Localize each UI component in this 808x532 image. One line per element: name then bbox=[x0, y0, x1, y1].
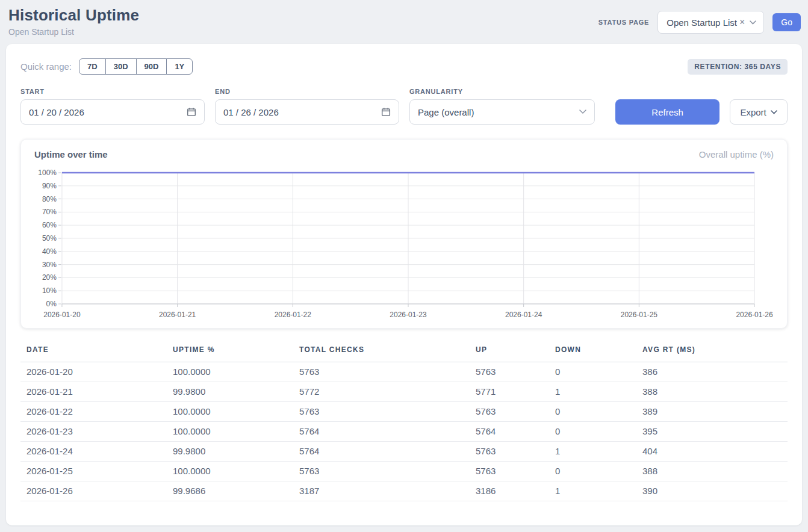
main-card: Quick range: 7D30D90D1Y RETENTION: 365 D… bbox=[6, 44, 802, 525]
svg-text:2026-01-23: 2026-01-23 bbox=[390, 311, 427, 319]
chevron-down-icon bbox=[771, 110, 777, 114]
quick-range-button-90d[interactable]: 90D bbox=[136, 58, 167, 75]
svg-text:2026-01-21: 2026-01-21 bbox=[159, 311, 196, 319]
table-row: 2026-01-2199.9800577257711388 bbox=[20, 382, 788, 402]
start-date-input[interactable]: 01 / 20 / 2026 bbox=[20, 99, 205, 125]
granularity-field: GRANULARITY Page (overall) bbox=[409, 88, 595, 125]
table-row: 2026-01-20100.0000576357630386 bbox=[20, 362, 788, 382]
table-cell: 2026-01-22 bbox=[20, 402, 167, 422]
svg-text:60%: 60% bbox=[42, 221, 57, 229]
granularity-selected-value: Page (overall) bbox=[418, 107, 474, 117]
table-row: 2026-01-22100.0000576357630389 bbox=[20, 402, 788, 422]
svg-text:2026-01-26: 2026-01-26 bbox=[736, 311, 773, 319]
status-page-select[interactable]: Open Startup List × bbox=[657, 11, 764, 34]
quick-range-group: 7D30D90D1Y bbox=[79, 58, 193, 75]
end-date-field: END 01 / 26 / 2026 bbox=[215, 88, 399, 125]
uptime-chart-panel: Uptime over time Overall uptime (%) 0%10… bbox=[20, 139, 788, 329]
chart-legend: Overall uptime (%) bbox=[699, 149, 774, 159]
calendar-icon[interactable] bbox=[187, 107, 196, 117]
table-cell: 0 bbox=[549, 422, 636, 442]
table-cell: 386 bbox=[636, 362, 788, 382]
table-cell: 0 bbox=[549, 462, 636, 481]
table-cell: 2026-01-20 bbox=[20, 362, 167, 382]
table-row: 2026-01-2699.9686318731861390 bbox=[20, 481, 788, 501]
table-cell: 390 bbox=[636, 481, 788, 501]
title-block: Historical Uptime Open Startup List bbox=[8, 6, 139, 37]
table-cell: 100.0000 bbox=[167, 422, 293, 442]
start-date-field: START 01 / 20 / 2026 bbox=[20, 88, 205, 125]
refresh-button[interactable]: Refresh bbox=[615, 99, 719, 125]
page-header: Historical Uptime Open Startup List STAT… bbox=[0, 0, 808, 44]
table-cell: 99.9800 bbox=[167, 442, 293, 462]
table-cell: 2026-01-26 bbox=[20, 481, 167, 501]
svg-text:2026-01-20: 2026-01-20 bbox=[43, 311, 81, 319]
table-cell: 5763 bbox=[470, 362, 549, 382]
column-header: UPTIME % bbox=[167, 345, 293, 362]
table-body: 2026-01-20100.00005763576303862026-01-21… bbox=[20, 362, 788, 501]
table-cell: 3186 bbox=[470, 481, 549, 501]
quick-range-row: Quick range: 7D30D90D1Y RETENTION: 365 D… bbox=[20, 58, 788, 75]
table-cell: 395 bbox=[636, 422, 788, 442]
granularity-select[interactable]: Page (overall) bbox=[409, 99, 595, 125]
status-page-label: STATUS PAGE bbox=[598, 19, 650, 26]
quick-range-button-30d[interactable]: 30D bbox=[105, 58, 137, 75]
column-header: DOWN bbox=[549, 345, 636, 362]
header-controls: STATUS PAGE Open Startup List × Go bbox=[598, 11, 801, 34]
table-cell: 5764 bbox=[293, 422, 470, 442]
table-cell: 2026-01-21 bbox=[20, 382, 167, 402]
table-cell: 1 bbox=[549, 442, 636, 462]
table-row: 2026-01-2499.9800576457631404 bbox=[20, 442, 788, 462]
clear-selection-icon[interactable]: × bbox=[739, 17, 745, 28]
chart-title: Uptime over time bbox=[34, 149, 108, 159]
svg-text:20%: 20% bbox=[42, 273, 57, 282]
start-date-value: 01 / 20 / 2026 bbox=[29, 107, 84, 117]
svg-text:90%: 90% bbox=[42, 182, 57, 190]
end-date-input[interactable]: 01 / 26 / 2026 bbox=[215, 99, 399, 125]
retention-badge: RETENTION: 365 DAYS bbox=[688, 59, 788, 75]
page-subtitle: Open Startup List bbox=[8, 27, 139, 37]
chevron-down-icon bbox=[579, 110, 586, 114]
svg-text:100%: 100% bbox=[38, 169, 57, 177]
uptime-chart: 0%10%20%30%40%50%60%70%80%90%100%2026-01… bbox=[34, 165, 774, 321]
table-cell: 1 bbox=[549, 481, 636, 501]
granularity-label: GRANULARITY bbox=[409, 88, 595, 95]
column-header: UP bbox=[470, 345, 549, 362]
uptime-table: DATEUPTIME %TOTAL CHECKSUPDOWNAVG RT (MS… bbox=[20, 345, 788, 501]
table-cell: 99.9686 bbox=[167, 481, 293, 501]
table-cell: 5764 bbox=[293, 442, 470, 462]
svg-text:30%: 30% bbox=[42, 261, 57, 269]
table-cell: 5763 bbox=[293, 402, 470, 422]
svg-text:2026-01-22: 2026-01-22 bbox=[275, 311, 312, 319]
table-cell: 5771 bbox=[470, 382, 549, 402]
go-button[interactable]: Go bbox=[772, 13, 801, 31]
table-row: 2026-01-25100.0000576357630388 bbox=[20, 462, 788, 481]
table-cell: 388 bbox=[636, 382, 788, 402]
table-cell: 5763 bbox=[470, 442, 549, 462]
table-cell: 1 bbox=[549, 382, 636, 402]
table-cell: 5763 bbox=[293, 462, 470, 481]
column-header: DATE bbox=[20, 345, 167, 362]
table-cell: 99.9800 bbox=[167, 382, 293, 402]
table-cell: 5763 bbox=[470, 462, 549, 481]
table-cell: 3187 bbox=[293, 481, 470, 501]
table-cell: 100.0000 bbox=[167, 362, 293, 382]
table-row: 2026-01-23100.0000576457640395 bbox=[20, 422, 788, 442]
column-header: TOTAL CHECKS bbox=[293, 345, 470, 362]
table-cell: 100.0000 bbox=[167, 402, 293, 422]
table-cell: 5763 bbox=[470, 402, 549, 422]
table-cell: 0 bbox=[549, 402, 636, 422]
svg-text:50%: 50% bbox=[42, 234, 57, 243]
start-date-label: START bbox=[20, 88, 205, 95]
table-cell: 5764 bbox=[470, 422, 549, 442]
table-cell: 404 bbox=[636, 442, 788, 462]
table-cell: 389 bbox=[636, 402, 788, 422]
table-cell: 2026-01-23 bbox=[20, 422, 167, 442]
quick-range-button-7d[interactable]: 7D bbox=[79, 58, 106, 75]
calendar-icon[interactable] bbox=[381, 107, 391, 117]
filter-fields-row: START 01 / 20 / 2026 END 01 / 26 / 2026 … bbox=[20, 88, 788, 125]
table-cell: 2026-01-25 bbox=[20, 462, 167, 481]
table-cell: 2026-01-24 bbox=[20, 442, 167, 462]
table-cell: 388 bbox=[636, 462, 788, 481]
quick-range-button-1y[interactable]: 1Y bbox=[166, 58, 193, 75]
export-button[interactable]: Export bbox=[730, 99, 788, 125]
